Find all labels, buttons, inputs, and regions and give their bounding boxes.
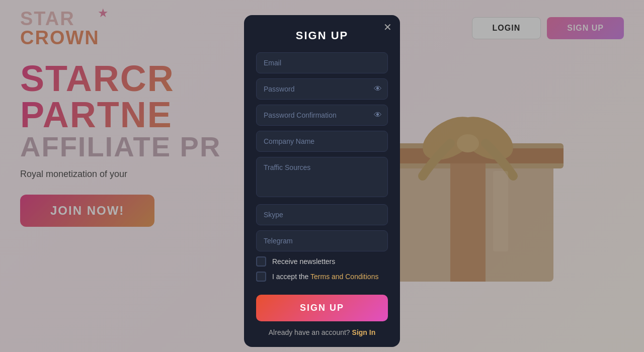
password-confirm-input[interactable] xyxy=(256,105,388,126)
password-confirm-eye-icon[interactable]: 👁 xyxy=(374,111,382,120)
email-input[interactable] xyxy=(256,52,388,73)
modal-overlay: SIGN UP ✕ 👁 👁 xyxy=(0,0,644,352)
password-input[interactable] xyxy=(256,78,388,100)
terms-checkbox-row: I accept the Terms and Conditions xyxy=(256,272,388,282)
password-confirm-field-group: 👁 xyxy=(256,105,388,126)
telegram-input[interactable] xyxy=(256,230,388,251)
telegram-field-group xyxy=(256,230,388,251)
terms-checkbox[interactable] xyxy=(256,272,266,282)
password-confirm-wrapper: 👁 xyxy=(256,105,388,126)
signup-modal: SIGN UP ✕ 👁 👁 xyxy=(244,15,400,347)
password-field-group: 👁 xyxy=(256,78,388,100)
terms-link[interactable]: Terms and Conditions xyxy=(310,273,378,281)
newsletter-checkbox-row: Receive newsletters xyxy=(256,256,388,267)
terms-label: I accept the Terms and Conditions xyxy=(272,273,378,281)
footer-text: Already have an account? xyxy=(269,328,350,336)
password-wrapper: 👁 xyxy=(256,78,388,100)
skype-field-group xyxy=(256,204,388,225)
password-eye-icon[interactable]: 👁 xyxy=(374,84,382,94)
signup-submit-button[interactable]: SIGN UP xyxy=(256,295,388,321)
company-input[interactable] xyxy=(256,131,388,152)
modal-close-button[interactable]: ✕ xyxy=(383,22,392,32)
traffic-field-group xyxy=(256,157,388,199)
modal-title: SIGN UP xyxy=(256,29,388,42)
newsletter-checkbox[interactable] xyxy=(256,256,266,267)
company-field-group xyxy=(256,131,388,152)
signin-link[interactable]: Sign In xyxy=(352,328,376,336)
terms-prefix-text: I accept the xyxy=(272,273,310,281)
traffic-textarea[interactable] xyxy=(256,157,388,197)
newsletter-label: Receive newsletters xyxy=(272,257,335,266)
email-field-group xyxy=(256,52,388,73)
skype-input[interactable] xyxy=(256,204,388,225)
modal-footer: Already have an account? Sign In xyxy=(256,328,388,336)
